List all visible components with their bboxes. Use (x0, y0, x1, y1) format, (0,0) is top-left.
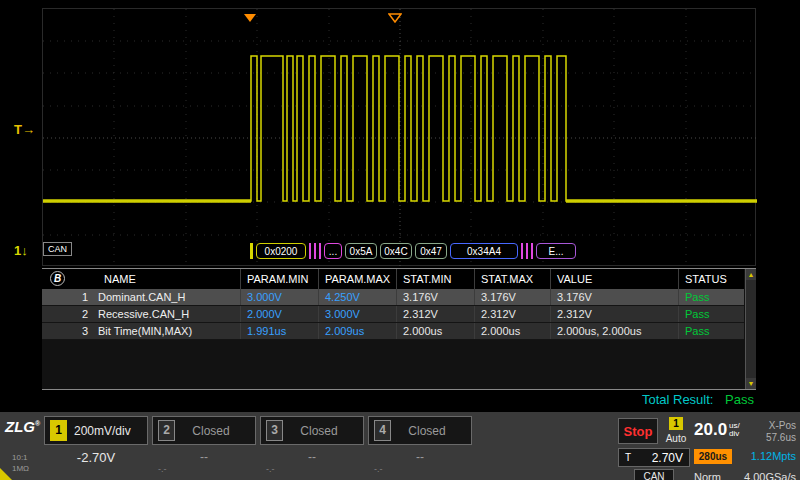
channel2-probe: -.- (158, 464, 167, 474)
sample-rate: 4.00GSa/s (726, 471, 796, 480)
timebase-value: 20.0 (694, 420, 727, 440)
row-number: 3 (48, 323, 98, 339)
cell-status: Pass (678, 289, 744, 305)
header-stat-min: STAT.MIN (396, 269, 474, 289)
channel1-offset: -2.70V (44, 450, 148, 465)
delay-badge[interactable]: 280us (694, 449, 732, 464)
trigger-position-marker[interactable] (243, 9, 257, 19)
scroll-down-icon[interactable]: ▼ (746, 378, 756, 389)
header-status: STATUS (678, 269, 744, 289)
header-value: VALUE (550, 269, 678, 289)
header-stat-max: STAT.MAX (474, 269, 550, 289)
brand-logo: ZLG® (5, 418, 40, 435)
brand-logo-icon: B (50, 271, 65, 286)
decode-frame-data2: 0x4C (380, 243, 412, 259)
x-position-value: 57.6us (738, 432, 796, 444)
table-scrollbar[interactable]: ▲ ▼ (745, 269, 756, 389)
scroll-up-icon[interactable]: ▲ (746, 269, 756, 280)
cell-param-max: 3.000V (318, 306, 396, 322)
cell-stat-min: 2.312V (396, 306, 474, 322)
channel1-box[interactable]: 1 200mV/div (44, 416, 148, 445)
cell-stat-max: 3.176V (474, 289, 550, 305)
oscilloscope-screen: T→ 1↓ CAN 0x0200 ... 0x5A 0x4C 0x47 0x34… (0, 0, 800, 480)
channel4-state: Closed (398, 424, 466, 438)
cell-stat-min: 2.000us (396, 323, 474, 339)
channel2-box[interactable]: 2 Closed (152, 416, 256, 445)
cell-name: Recessive.CAN_H (98, 308, 189, 320)
decode-frame-dots: ... (324, 243, 342, 259)
trigger-level-value: 2.70V (652, 451, 683, 465)
channel3-probe: -.- (266, 464, 275, 474)
total-result-value: Pass (725, 392, 754, 407)
decode-frames: 0x0200 ... 0x5A 0x4C 0x47 0x34A4 E... (250, 241, 576, 261)
ch1-probe-ratio: 10:1 (12, 452, 29, 463)
channel3-offset: -- (260, 450, 364, 464)
status-bar: ZLG® 10:1 1MΩ 1 200mV/div -2.70V 2 Close… (0, 410, 800, 480)
decode-frame-data1: 0x5A (345, 243, 377, 259)
channel2-offset: -- (152, 450, 256, 464)
cell-value: 3.176V (550, 289, 678, 305)
trigger-mode: Auto (662, 433, 690, 444)
channel1-badge: 1 (50, 420, 67, 441)
total-result-label: Total Result: (642, 392, 714, 407)
channel4-box[interactable]: 4 Closed (368, 416, 472, 445)
cell-name: Bit Time(MIN,MAX) (98, 325, 192, 337)
bus-type-box[interactable]: CAN (634, 469, 674, 480)
table-row[interactable]: 2Recessive.CAN_H 2.000V 3.000V 2.312V 2.… (42, 306, 744, 323)
cell-value: 2.000us, 2.000us (550, 323, 678, 339)
channel4-probe: -.- (374, 464, 383, 474)
run-state-button[interactable]: Stop (618, 418, 658, 444)
trigger-level-box[interactable]: T 2.70V (618, 448, 690, 467)
x-position: X-Pos 57.6us (738, 420, 796, 444)
trigger-source-badge: 1 (669, 417, 683, 430)
table-row[interactable]: 1Dominant.CAN_H 3.000V 4.250V 3.176V 3.1… (42, 289, 744, 306)
channel2-state: Closed (182, 424, 250, 438)
header-name: NAME (42, 269, 240, 289)
cell-status: Pass (678, 323, 744, 339)
cell-stat-min: 3.176V (396, 289, 474, 305)
cell-stat-max: 2.000us (474, 323, 550, 339)
cell-param-max: 4.250V (318, 289, 396, 305)
ch1-impedance: 1MΩ (12, 463, 29, 474)
total-result: Total Result: Pass (42, 392, 756, 407)
channel1-position-marker[interactable]: 1↓ (14, 243, 28, 258)
channel4-badge: 4 (374, 420, 391, 441)
table-header-row: B NAME PARAM.MIN PARAM.MAX STAT.MIN STAT… (42, 269, 744, 289)
header-param-max: PARAM.MAX (318, 269, 396, 289)
sof-tick (250, 243, 253, 259)
channel2-badge: 2 (158, 420, 175, 441)
channel3-state: Closed (290, 424, 358, 438)
memory-depth: 1.12Mpts (730, 450, 796, 462)
cell-param-min: 3.000V (240, 289, 318, 305)
cell-param-min: 2.000V (240, 306, 318, 322)
trigger-source-group[interactable]: 1 Auto (662, 417, 690, 444)
cell-param-max: 2.009us (318, 323, 396, 339)
row-number: 1 (48, 289, 98, 305)
decode-frame-crc: 0x34A4 (450, 243, 518, 259)
timebase-control[interactable]: 20.0 us/ div (694, 420, 740, 440)
decode-frame-id: 0x0200 (256, 243, 306, 259)
delay-reference-marker[interactable] (388, 9, 402, 19)
decode-bit-ticks (309, 243, 321, 259)
channel3-badge: 3 (266, 420, 283, 441)
ch1-probe-info: 10:1 1MΩ (12, 452, 29, 474)
test-results-table: B NAME PARAM.MIN PARAM.MAX STAT.MIN STAT… (42, 268, 756, 390)
channel4-offset: -- (368, 450, 472, 464)
corner-accent (0, 468, 12, 480)
channel3-box[interactable]: 3 Closed (260, 416, 364, 445)
trigger-level-marker[interactable]: T→ (14, 122, 35, 137)
decode-bit-ticks (521, 243, 533, 259)
table-row[interactable]: 3Bit Time(MIN,MAX) 1.991us 2.009us 2.000… (42, 323, 744, 340)
cell-status: Pass (678, 306, 744, 322)
can-bus-badge[interactable]: CAN (43, 242, 72, 256)
cell-param-min: 1.991us (240, 323, 318, 339)
acquire-mode: Norm (694, 471, 721, 480)
cell-name: Dominant.CAN_H (98, 291, 185, 303)
cell-value: 2.312V (550, 306, 678, 322)
x-position-label: X-Pos (738, 420, 796, 432)
cell-stat-max: 2.312V (474, 306, 550, 322)
trigger-level-label: T (625, 452, 631, 463)
decode-frame-eof: E... (536, 243, 576, 259)
grid-and-waveform (43, 9, 757, 267)
header-param-min: PARAM.MIN (240, 269, 318, 289)
